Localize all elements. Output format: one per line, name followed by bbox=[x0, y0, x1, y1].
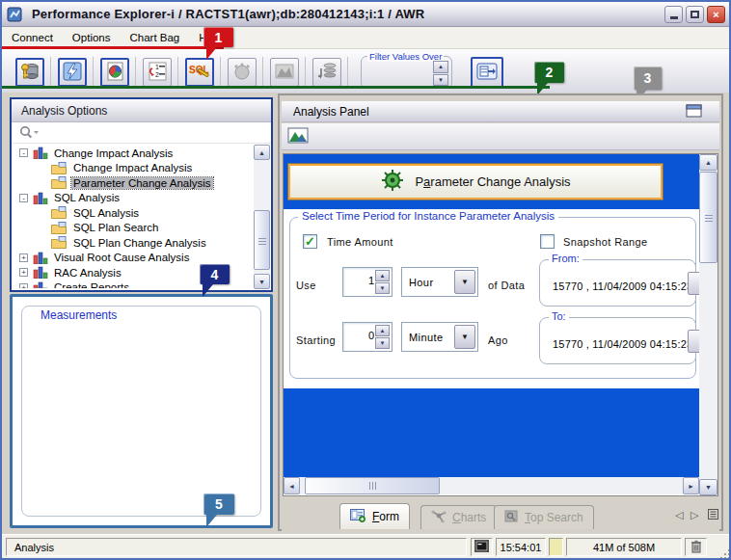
starting-amount-spinner[interactable]: ▲ ▼ bbox=[342, 322, 393, 352]
tab-form[interactable]: Form bbox=[339, 503, 410, 529]
lightning-icon bbox=[62, 61, 83, 84]
starting-amount-value[interactable] bbox=[347, 330, 374, 341]
callout-badge-3: 3 bbox=[634, 67, 662, 90]
menu-options[interactable]: Options bbox=[63, 29, 121, 46]
restore-panel-icon[interactable] bbox=[686, 104, 702, 120]
connect-database-button[interactable] bbox=[15, 58, 44, 87]
time-amount-checkbox[interactable]: ✓ bbox=[303, 234, 317, 249]
tree-item[interactable]: SQL Plan Search bbox=[14, 221, 253, 236]
vscroll-thumb[interactable] bbox=[699, 172, 717, 263]
scroll-right-icon[interactable]: ► bbox=[683, 477, 699, 494]
time-amount-label: Time Amount bbox=[327, 236, 393, 248]
tree-scrollbar[interactable]: ▲ ▼ bbox=[254, 145, 270, 289]
export-data-button[interactable] bbox=[312, 58, 341, 87]
status-mode-text: Analysis bbox=[14, 542, 54, 553]
callout-badge-4: 4 bbox=[200, 264, 230, 284]
scroll-down-icon[interactable]: ▼ bbox=[699, 479, 717, 495]
tree-item[interactable]: + Visual Root Cause Analysis bbox=[14, 251, 253, 266]
tab-list-icon[interactable] bbox=[708, 509, 718, 521]
callout-badge-2: 2 bbox=[534, 62, 564, 83]
menu-connect[interactable]: Connect bbox=[2, 29, 63, 46]
chart-button-disabled[interactable] bbox=[270, 58, 299, 87]
bar-chart-icon bbox=[33, 266, 48, 279]
callout-badge-5: 5 bbox=[203, 493, 234, 515]
snapshot-range-label: Snapshot Range bbox=[563, 236, 648, 248]
nav-prev-icon[interactable]: ◁ bbox=[675, 509, 683, 521]
parameter-change-analysis-button[interactable]: Parameter Change Analysis bbox=[287, 163, 663, 200]
tree-scrollbar-thumb[interactable] bbox=[254, 210, 270, 270]
filter-values-group: Filter Values Over ▲ ▼ bbox=[361, 56, 452, 89]
spin-down-icon[interactable]: ▼ bbox=[375, 337, 390, 349]
close-button[interactable]: × bbox=[707, 6, 725, 23]
tab-form-label: Form bbox=[372, 510, 399, 523]
bar-chart-icon bbox=[33, 192, 48, 204]
horizontal-scrollbar[interactable]: ◄ ► bbox=[284, 477, 699, 494]
tree-item[interactable]: SQL Plan Change Analysis bbox=[14, 235, 253, 251]
tree-item-selected[interactable]: Parameter Change Analysis bbox=[14, 175, 253, 191]
top-search-icon bbox=[504, 510, 519, 525]
tree-item-label: SQL Plan Search bbox=[71, 222, 160, 233]
analysis-panel-header: Analysis Panel bbox=[282, 101, 719, 122]
spin-down-icon[interactable]: ▼ bbox=[375, 282, 390, 294]
report-chart-button[interactable] bbox=[100, 58, 129, 87]
sql-analysis-button[interactable]: SQL bbox=[185, 58, 214, 87]
spin-up-icon[interactable]: ▲ bbox=[375, 270, 390, 281]
analysis-doc-icon bbox=[51, 236, 68, 249]
to-label: To: bbox=[549, 310, 569, 322]
dropdown-chevron-icon[interactable]: ▼ bbox=[454, 270, 475, 294]
hscroll-thumb[interactable] bbox=[305, 477, 440, 494]
measurements-group: Measurements bbox=[21, 306, 261, 517]
status-bar: Analysis 15:54:01 41M of 508M bbox=[2, 534, 729, 558]
minimize-button[interactable] bbox=[664, 6, 683, 23]
use-amount-value[interactable] bbox=[347, 275, 374, 286]
gauge-button-disabled[interactable] bbox=[228, 58, 257, 87]
resize-grip[interactable] bbox=[724, 553, 726, 555]
charts-icon bbox=[431, 510, 447, 525]
status-trash-cell[interactable] bbox=[685, 538, 707, 556]
time-period-form: Select Time Period for Instance Paramete… bbox=[284, 209, 699, 388]
lower-blue-band bbox=[284, 388, 699, 477]
chart-view-icon[interactable] bbox=[287, 127, 309, 146]
to-value: 15770 , 11/04/2009 04:15:23 bbox=[553, 338, 692, 350]
analysis-panel: Analysis Panel Parameter Change Analysis… bbox=[278, 93, 723, 531]
filter-spin-up[interactable]: ▲ bbox=[433, 61, 448, 73]
scroll-up-icon[interactable]: ▲ bbox=[254, 145, 270, 160]
filter-spin-down[interactable]: ▼ bbox=[433, 74, 448, 87]
spin-up-icon[interactable]: ▲ bbox=[375, 325, 390, 336]
tree-search-row[interactable] bbox=[12, 122, 271, 144]
collapse-toggle-icon[interactable]: - bbox=[19, 194, 28, 202]
status-console-cell[interactable] bbox=[471, 538, 493, 556]
ranking-list-button[interactable]: 12 bbox=[143, 58, 172, 87]
nav-next-icon[interactable]: ▷ bbox=[690, 509, 698, 521]
performance-analysis-button[interactable] bbox=[58, 58, 87, 87]
callout-line-toolbar bbox=[2, 86, 550, 89]
tab-charts[interactable]: Charts bbox=[420, 505, 497, 529]
menu-chart-bag[interactable]: Chart Bag bbox=[120, 29, 189, 46]
snapshot-range-checkbox[interactable] bbox=[540, 234, 555, 249]
scroll-left-icon[interactable]: ◄ bbox=[284, 477, 300, 494]
scroll-up-icon[interactable]: ▲ bbox=[699, 154, 717, 171]
title-bar[interactable]: Performance Explorer-i / RACTST1(awr);db… bbox=[2, 2, 729, 27]
dropdown-chevron-icon[interactable]: ▼ bbox=[454, 325, 475, 349]
use-unit-dropdown[interactable]: Hour ▼ bbox=[401, 267, 478, 297]
expand-toggle-icon[interactable]: + bbox=[19, 268, 28, 277]
tab-top-search[interactable]: Top Search bbox=[494, 505, 594, 529]
tree-item[interactable]: - Change Impact Analysis bbox=[14, 146, 253, 161]
tree-item[interactable]: SQL Analysis bbox=[14, 205, 253, 221]
tree-item[interactable]: - SQL Analysis bbox=[14, 191, 253, 206]
expand-toggle-icon[interactable]: + bbox=[19, 253, 28, 262]
maximize-button[interactable] bbox=[686, 6, 704, 23]
vertical-scrollbar[interactable]: ▲ ▼ bbox=[699, 154, 717, 495]
tree-item-label: Create Reports bbox=[52, 281, 131, 288]
use-unit-value: Hour bbox=[409, 277, 433, 288]
tree-item[interactable]: Change Impact Analysis bbox=[14, 161, 253, 176]
use-amount-spinner[interactable]: ▲ ▼ bbox=[342, 267, 393, 297]
bar-chart-icon bbox=[33, 281, 48, 288]
time-period-legend: Select Time Period for Instance Paramete… bbox=[298, 210, 558, 222]
starting-unit-dropdown[interactable]: Minute ▼ bbox=[401, 322, 478, 352]
apply-filter-button[interactable] bbox=[471, 57, 503, 88]
filter-value-input[interactable] bbox=[366, 64, 431, 85]
collapse-toggle-icon[interactable]: - bbox=[19, 148, 28, 157]
scroll-down-icon[interactable]: ▼ bbox=[254, 274, 270, 289]
expand-toggle-icon[interactable]: + bbox=[19, 283, 28, 288]
